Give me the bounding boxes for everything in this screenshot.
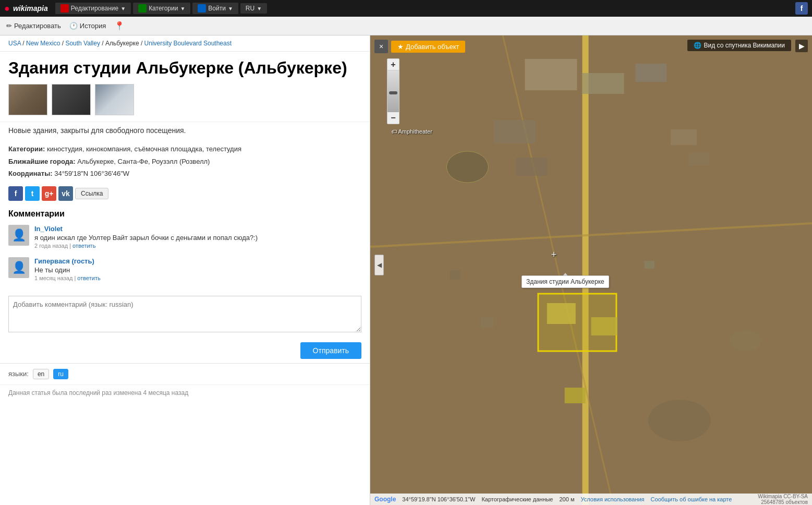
logo-text: wikimapia [13, 4, 48, 13]
twitter-share-button[interactable]: t [25, 186, 40, 201]
last-modified-text: Данная статья была последний раз изменен… [0, 384, 370, 401]
svg-rect-7 [671, 129, 697, 145]
satellite-view-button[interactable]: 🌐 Вид со спутника Викимапии [687, 40, 791, 51]
comment-reply-link[interactable]: ответить [72, 243, 95, 249]
submit-row: Отправить [0, 338, 370, 363]
breadcrumb-new-mexico[interactable]: New Mexico [26, 40, 60, 47]
comment-input-area [0, 292, 370, 338]
zoom-in-button[interactable]: + [387, 59, 399, 70]
lang-nav-button[interactable]: RU ▼ [240, 3, 267, 14]
svg-rect-11 [591, 317, 617, 335]
languages-section: языки: en ru [0, 363, 370, 384]
report-link[interactable]: Сообщить об ошибке на карте [651, 496, 732, 502]
map-icon-label: 🏷 [391, 128, 397, 135]
lang-ru-button[interactable]: ru [53, 369, 68, 379]
edit-nav-icon [60, 4, 69, 13]
add-object-icon: ★ [397, 43, 404, 51]
lang-en-button[interactable]: en [33, 369, 49, 379]
comment-textarea[interactable] [8, 296, 361, 332]
svg-rect-20 [450, 270, 460, 280]
edit-sub-icon: ✏ [6, 22, 12, 30]
zoom-slider[interactable] [387, 70, 399, 112]
login-nav-arrow: ▼ [228, 6, 233, 11]
thumbnail-3[interactable] [95, 84, 134, 115]
meta-info: Категории: киностудия, кинокомпания, съё… [0, 139, 370, 184]
login-nav-icon [198, 4, 206, 13]
categories-label: Категории: [8, 145, 45, 153]
categories-nav-button[interactable]: Категории ▼ [133, 3, 190, 14]
map-cursor: + [551, 249, 557, 260]
breadcrumb-university-blvd[interactable]: University Boulevard Southeast [144, 40, 232, 47]
map-tooltip: Здания студии Альбукерке [522, 275, 609, 288]
facebook-icon[interactable]: f [795, 2, 808, 15]
svg-point-16 [648, 400, 711, 441]
nearest-cities-value: Альбукерке, Санта-Фе, Роузэлл (Розвелл) [77, 158, 210, 165]
edit-nav-arrow: ▼ [120, 6, 126, 11]
svg-rect-4 [525, 59, 577, 90]
zoom-out-button[interactable]: − [387, 112, 399, 124]
googleplus-share-button[interactable]: g+ [42, 186, 56, 201]
avatar: 👤 [8, 225, 29, 246]
svg-rect-1 [583, 35, 589, 505]
comment-meta: 1 месяц назад | ответить [34, 275, 361, 281]
svg-rect-5 [583, 73, 624, 94]
breadcrumb-south-valley[interactable]: South Valley [65, 40, 100, 47]
comment-body: Гипервася (гость) Не ты один 1 месяц наз… [34, 257, 361, 281]
zoom-controls: + − [387, 58, 399, 124]
thumbnail-2[interactable] [52, 84, 91, 115]
map-background [370, 35, 812, 505]
top-navbar: ● wikimapia Редактирование ▼ Категории ▼… [0, 0, 812, 17]
comment-meta: 2 года назад | ответить [34, 243, 361, 249]
coordinates-value: 34°59'18"N 106°36'46"W [54, 170, 129, 177]
thumbnail-1[interactable] [8, 84, 47, 115]
comments-title: Комментарии [8, 209, 361, 219]
svg-point-13 [446, 151, 488, 183]
edit-nav-button[interactable]: Редактирование ▼ [55, 3, 131, 14]
scale-label: 200 м [560, 496, 575, 502]
map-data-label: Картографические данные [481, 496, 553, 502]
svg-point-17 [730, 330, 761, 351]
breadcrumb-usa[interactable]: USA [8, 40, 21, 47]
pin-sub-button[interactable]: 📍 [114, 21, 125, 31]
terms-link[interactable]: Условия использования [580, 496, 644, 502]
map-label-amphitheater: 🏷 Amphitheater [391, 128, 432, 135]
link-button[interactable]: Ссылка [75, 188, 108, 199]
lang-nav-arrow: ▼ [257, 6, 262, 11]
comment-body: In_Violet я один искал где Уолтер Вайт з… [34, 225, 361, 249]
svg-rect-19 [481, 317, 494, 328]
comment-text: Не ты один [34, 266, 361, 274]
breadcrumb: USA / New Mexico / South Valley / Альбук… [0, 35, 370, 52]
left-collapse-button[interactable]: ◀ [374, 255, 384, 275]
categories-value: киностудия, кинокомпания, съёмочная площ… [47, 145, 241, 153]
zoom-handle[interactable] [389, 91, 397, 94]
comment-author[interactable]: In_Violet [34, 225, 361, 233]
description-text: Новые здания, закрыты для свободного пос… [0, 122, 370, 139]
facebook-share-button[interactable]: f [8, 186, 23, 201]
nearest-cities-label: Ближайшие города: [8, 158, 76, 165]
map-panel[interactable]: × ★ Добавить объект 🌐 Вид со спутника Ви… [370, 35, 812, 505]
login-nav-button[interactable]: Войти ▼ [192, 3, 238, 14]
comment-item: 👤 Гипервася (гость) Не ты один 1 месяц н… [8, 257, 361, 281]
map-add-object-button[interactable]: ★ Добавить объект [391, 41, 465, 53]
left-panel: USA / New Mexico / South Valley / Альбук… [0, 35, 370, 505]
sub-navbar: ✏ Редактировать 🕐 История 📍 [0, 17, 812, 35]
submit-comment-button[interactable]: Отправить [300, 342, 361, 359]
comment-item: 👤 In_Violet я один искал где Уолтер Вайт… [8, 225, 361, 249]
vk-share-button[interactable]: vk [58, 186, 73, 201]
comment-author[interactable]: Гипервася (гость) [34, 257, 361, 265]
svg-rect-12 [565, 388, 586, 403]
logo-w-icon: ● [4, 3, 10, 14]
svg-rect-14 [494, 120, 536, 143]
history-sub-button[interactable]: 🕐 История [69, 22, 106, 30]
coordinates-label: Координаты: [8, 170, 53, 177]
svg-rect-15 [516, 158, 548, 176]
map-close-button[interactable]: × [374, 40, 388, 53]
map-expand-button[interactable]: ▶ [795, 40, 808, 52]
comment-text: я один искал где Уолтер Вайт зарыл бочки… [34, 234, 361, 242]
svg-rect-0 [370, 35, 812, 505]
edit-sub-button[interactable]: ✏ Редактировать [6, 22, 61, 30]
google-logo: Google [374, 496, 396, 503]
page-title: Здания студии Альбукерке (Альбукерке) [0, 52, 370, 82]
comment-reply-link[interactable]: ответить [77, 275, 100, 281]
comments-section: Комментарии 👤 In_Violet я один искал где… [0, 207, 370, 292]
